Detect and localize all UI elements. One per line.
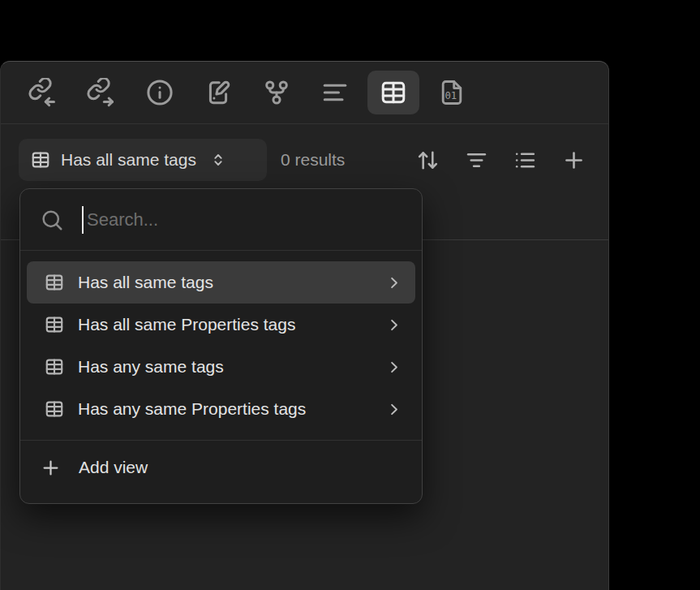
fork-icon: [262, 78, 291, 107]
toolbar-button-file-digit[interactable]: [423, 62, 481, 124]
add-view-item[interactable]: Add view: [20, 441, 422, 494]
chevron-right-icon: [385, 401, 402, 418]
chevron-right-icon: [385, 317, 402, 334]
menu-item-view[interactable]: Has all same Properties tags: [27, 304, 415, 346]
view-selector-label: Has all same tags: [61, 150, 196, 170]
search-icon: [40, 208, 64, 232]
plus-icon: [561, 148, 586, 173]
toolbar-button-outgoing-links[interactable]: [72, 62, 131, 124]
toolbar-button-info[interactable]: [131, 62, 189, 124]
table-icon: [44, 398, 65, 420]
toolbar: [1, 62, 608, 124]
toolbar-button-incoming-links[interactable]: [14, 62, 72, 124]
menu-item-label: Has any same Properties tags: [78, 399, 306, 419]
menu-item-view[interactable]: Has all same tags: [27, 261, 415, 304]
toolbar-button-relations[interactable]: [247, 62, 306, 124]
menu-item-view[interactable]: Has any same Properties tags: [27, 388, 415, 430]
results-count: 0 results: [281, 139, 345, 181]
search-placeholder: Search...: [87, 209, 158, 230]
filter-button[interactable]: [463, 139, 489, 181]
table-icon: [44, 272, 65, 293]
menu-item-label: Has all same Properties tags: [78, 315, 295, 334]
app-window: Has all same tags 0 results Search...: [0, 61, 609, 590]
sort-button[interactable]: [414, 139, 440, 181]
outgoing-links-icon: [87, 78, 116, 107]
plus-icon: [40, 457, 62, 479]
properties-list-button[interactable]: [512, 139, 538, 181]
table-icon: [379, 78, 408, 107]
list-lines-icon: [320, 78, 350, 107]
text-cursor: [82, 206, 84, 234]
add-view-label: Add view: [79, 458, 148, 477]
view-menu-list: Has all same tags Has all same Propertie…: [20, 251, 422, 430]
view-selector-button[interactable]: Has all same tags: [19, 139, 267, 181]
table-icon: [30, 149, 51, 170]
search-input[interactable]: Search...: [20, 189, 422, 251]
table-icon: [44, 356, 65, 377]
chevron-right-icon: [385, 274, 402, 291]
chevron-right-icon: [385, 359, 402, 376]
file-digit-icon: [437, 78, 466, 107]
add-button[interactable]: [560, 139, 586, 181]
edit-file-icon: [204, 78, 233, 107]
toolbar-button-list-view[interactable]: [306, 62, 364, 124]
view-dropdown: Search... Has all same tags Has all same…: [19, 188, 423, 504]
menu-item-view[interactable]: Has any same tags: [27, 346, 415, 388]
filter-icon: [464, 148, 489, 173]
info-icon: [145, 78, 174, 107]
sort-icon: [415, 148, 440, 173]
list-icon: [513, 148, 538, 173]
active-button-background: [367, 71, 419, 114]
chevrons-up-down-icon: [209, 151, 227, 169]
toolbar-button-edit[interactable]: [189, 62, 247, 124]
table-icon: [44, 314, 65, 335]
incoming-links-icon: [28, 78, 58, 107]
menu-item-label: Has any same tags: [78, 357, 224, 377]
toolbar-button-table-view[interactable]: [364, 62, 423, 124]
view-actions: [414, 139, 586, 181]
menu-item-label: Has all same tags: [78, 273, 213, 292]
